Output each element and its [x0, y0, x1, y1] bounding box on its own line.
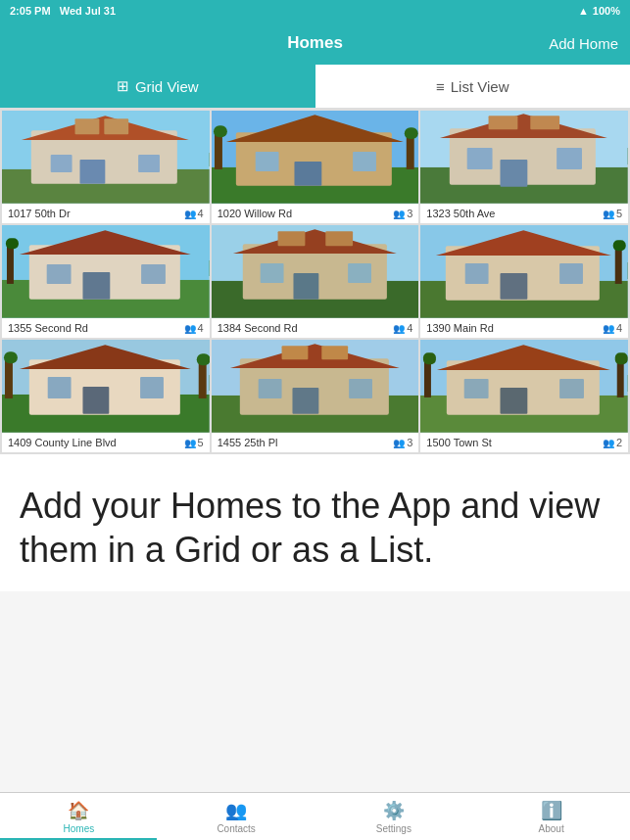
house-occupants-7: 👥 5 [184, 437, 204, 448]
svg-rect-14 [255, 152, 278, 171]
svg-rect-24 [501, 160, 528, 187]
svg-rect-4 [79, 160, 105, 184]
bottom-tab-settings[interactable]: ⚙️ Settings [315, 800, 473, 834]
occupant-count-1: 4 [198, 208, 204, 219]
house-placeholder-7 [2, 340, 210, 433]
svg-rect-33 [82, 272, 110, 300]
svg-rect-64 [4, 351, 18, 363]
bottom-tab-about[interactable]: ℹ️ About [472, 800, 630, 834]
svg-rect-27 [489, 116, 518, 129]
svg-rect-71 [292, 388, 318, 414]
occupant-count-2: 3 [407, 208, 412, 219]
svg-rect-43 [260, 263, 283, 283]
house-address-7: 1409 County Line Blvd [8, 437, 117, 448]
house-occupants-8: 👥 3 [393, 437, 412, 448]
svg-rect-26 [557, 148, 582, 169]
svg-rect-7 [75, 118, 100, 134]
settings-tab-label: Settings [376, 823, 412, 834]
svg-rect-25 [467, 148, 493, 169]
house-info-2: 1020 Willow Rd 👥 3 [212, 204, 419, 223]
occupant-count-7: 5 [198, 437, 204, 448]
house-info-4: 1355 Second Rd 👥 4 [2, 318, 210, 338]
list-icon: ≡ [436, 78, 445, 95]
grid-icon: ⊞ [117, 77, 129, 95]
svg-rect-54 [615, 245, 622, 284]
contacts-tab-label: Contacts [217, 823, 255, 834]
house-address-8: 1455 25th Pl [218, 437, 278, 448]
house-info-8: 1455 25th Pl 👥 3 [212, 433, 419, 452]
promo-section: Add your Homes to the App and view them … [0, 454, 630, 591]
occupant-count-8: 3 [407, 437, 412, 448]
people-icon-1: 👥 [184, 209, 196, 219]
scroll-area[interactable]: 1017 50th Dr 👥 4 [0, 109, 630, 793]
about-tab-label: About [539, 823, 564, 834]
svg-rect-86 [615, 352, 628, 364]
house-image-8 [212, 340, 419, 433]
house-placeholder-1 [2, 111, 210, 204]
svg-rect-13 [294, 162, 321, 186]
svg-rect-60 [82, 387, 109, 414]
house-placeholder-2 [212, 111, 419, 204]
svg-rect-53 [559, 263, 583, 284]
house-info-6: 1390 Main Rd 👥 4 [420, 318, 628, 338]
add-home-button[interactable]: Add Home [549, 35, 618, 52]
house-address-3: 1323 50th Ave [426, 208, 495, 219]
house-occupants-6: 👥 4 [603, 322, 622, 334]
grid-item[interactable]: 1390 Main Rd 👥 4 [420, 225, 628, 338]
house-address-5: 1384 Second Rd [218, 322, 298, 334]
list-view-label: List View [451, 78, 509, 95]
svg-rect-66 [197, 353, 210, 365]
status-indicators: ▲ 100% [578, 5, 620, 17]
grid-item[interactable]: 1323 50th Ave 👥 5 [420, 111, 628, 223]
grid-item[interactable]: 1384 Second Rd 👥 4 [212, 225, 419, 338]
status-bar: 2:05 PM Wed Jul 31 ▲ 100% [0, 0, 630, 22]
house-image-2 [212, 111, 419, 204]
settings-tab-icon: ⚙️ [383, 800, 405, 821]
house-image-5 [212, 225, 419, 318]
house-address-1: 1017 50th Dr [8, 208, 71, 219]
about-tab-icon: ℹ️ [541, 800, 562, 821]
bottom-tab-homes[interactable]: 🏠 Homes [0, 800, 158, 834]
people-icon-6: 👥 [603, 323, 614, 334]
house-address-9: 1500 Town St [426, 437, 491, 448]
svg-rect-63 [5, 357, 13, 398]
grid-item[interactable]: 1455 25th Pl 👥 3 [212, 340, 419, 452]
svg-rect-34 [47, 264, 72, 284]
house-placeholder-8 [212, 340, 419, 433]
people-icon-4: 👥 [184, 323, 196, 334]
bottom-tab-contacts[interactable]: 👥 Contacts [158, 800, 315, 834]
svg-rect-17 [214, 125, 227, 137]
house-occupants-5: 👥 4 [393, 322, 412, 334]
grid-item[interactable]: 1500 Town St 👥 2 [420, 340, 628, 452]
svg-rect-81 [464, 379, 489, 398]
occupant-count-9: 2 [616, 437, 622, 448]
battery-icon: 100% [593, 5, 620, 17]
svg-rect-37 [6, 238, 19, 249]
svg-rect-51 [501, 273, 528, 300]
tab-grid-view[interactable]: ⊞ Grid View [0, 65, 315, 108]
tab-list-view[interactable]: ≡ List View [315, 65, 631, 108]
house-image-4 [2, 225, 210, 318]
svg-rect-61 [48, 377, 72, 398]
grid-item[interactable]: 1355 Second Rd 👥 4 [2, 225, 210, 338]
house-address-2: 1020 Willow Rd [218, 208, 292, 219]
contacts-tab-icon: 👥 [225, 800, 247, 821]
svg-rect-42 [293, 273, 318, 300]
grid-view-label: Grid View [135, 78, 199, 95]
house-address-6: 1390 Main Rd [426, 322, 494, 334]
grid-item[interactable]: 1020 Willow Rd 👥 3 [212, 111, 419, 223]
svg-rect-65 [199, 359, 207, 398]
svg-rect-55 [613, 240, 626, 251]
house-occupants-2: 👥 3 [393, 208, 412, 219]
grid-item[interactable]: 1017 50th Dr 👥 4 [2, 111, 210, 223]
svg-rect-45 [277, 231, 305, 246]
view-tab-switcher: ⊞ Grid View ≡ List View [0, 65, 630, 109]
bottom-tab-bar: 🏠 Homes 👥 Contacts ⚙️ Settings ℹ️ About [0, 792, 630, 840]
house-placeholder-6 [420, 225, 628, 318]
occupant-count-6: 4 [616, 322, 622, 334]
svg-rect-52 [465, 263, 489, 284]
people-icon-9: 👥 [603, 438, 614, 448]
grid-item[interactable]: 1409 County Line Blvd 👥 5 [2, 340, 210, 452]
svg-rect-46 [325, 231, 353, 246]
svg-rect-74 [281, 346, 308, 359]
